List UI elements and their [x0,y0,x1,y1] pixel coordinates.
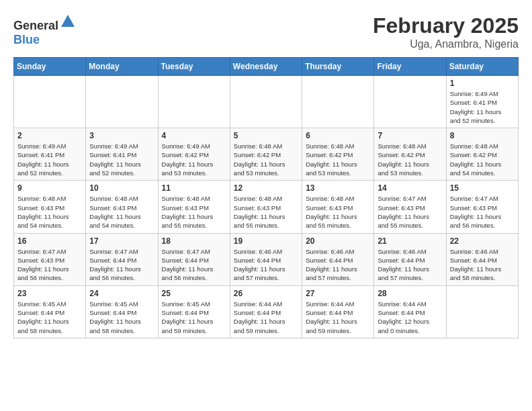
logo: General Blue [13,13,76,47]
svg-marker-0 [61,15,75,27]
day-info: Sunrise: 6:48 AM Sunset: 6:43 PM Dayligh… [89,194,154,230]
day-cell [446,285,518,338]
day-number: 14 [378,183,442,193]
day-info: Sunrise: 6:47 AM Sunset: 6:44 PM Dayligh… [89,247,154,283]
day-info: Sunrise: 6:48 AM Sunset: 6:43 PM Dayligh… [306,194,370,230]
day-cell: 4Sunrise: 6:49 AM Sunset: 6:42 PM Daylig… [158,128,230,181]
day-cell: 3Sunrise: 6:49 AM Sunset: 6:41 PM Daylig… [86,128,158,181]
day-number: 21 [378,236,442,246]
day-cell: 18Sunrise: 6:47 AM Sunset: 6:44 PM Dayli… [158,233,230,285]
logo-icon [60,13,76,30]
day-cell: 1Sunrise: 6:49 AM Sunset: 6:41 PM Daylig… [446,76,518,128]
day-cell [86,76,158,128]
day-number: 25 [162,289,226,298]
day-cell: 17Sunrise: 6:47 AM Sunset: 6:44 PM Dayli… [86,233,158,285]
day-cell: 10Sunrise: 6:48 AM Sunset: 6:43 PM Dayli… [86,181,158,233]
week-row-0: 1Sunrise: 6:49 AM Sunset: 6:41 PM Daylig… [14,76,519,128]
day-cell [14,76,86,128]
header-cell-wednesday: Wednesday [230,58,302,76]
day-number: 15 [450,183,515,193]
day-cell: 13Sunrise: 6:48 AM Sunset: 6:43 PM Dayli… [302,181,374,233]
day-cell: 26Sunrise: 6:44 AM Sunset: 6:44 PM Dayli… [230,285,302,338]
day-info: Sunrise: 6:49 AM Sunset: 6:41 PM Dayligh… [17,142,82,177]
header-row: SundayMondayTuesdayWednesdayThursdayFrid… [14,58,519,76]
day-cell [302,76,374,128]
day-number: 17 [89,236,154,246]
day-cell: 15Sunrise: 6:47 AM Sunset: 6:43 PM Dayli… [446,181,518,233]
day-cell: 24Sunrise: 6:45 AM Sunset: 6:44 PM Dayli… [86,285,158,338]
day-info: Sunrise: 6:49 AM Sunset: 6:41 PM Dayligh… [450,89,515,125]
day-number: 1 [450,79,515,88]
day-number: 3 [89,131,154,140]
day-cell: 8Sunrise: 6:48 AM Sunset: 6:42 PM Daylig… [446,128,518,181]
day-info: Sunrise: 6:48 AM Sunset: 6:43 PM Dayligh… [17,194,82,230]
day-info: Sunrise: 6:45 AM Sunset: 6:44 PM Dayligh… [89,300,154,335]
logo-general: General [13,19,58,32]
day-cell: 28Sunrise: 6:44 AM Sunset: 6:44 PM Dayli… [374,285,446,338]
day-number: 6 [306,131,370,140]
day-number: 4 [162,131,226,140]
calendar-body: 1Sunrise: 6:49 AM Sunset: 6:41 PM Daylig… [14,76,519,338]
header-cell-sunday: Sunday [14,58,86,76]
day-number: 13 [306,183,370,193]
logo-text: General Blue [13,13,76,47]
day-info: Sunrise: 6:45 AM Sunset: 6:44 PM Dayligh… [162,300,226,335]
day-info: Sunrise: 6:45 AM Sunset: 6:44 PM Dayligh… [17,300,82,335]
day-info: Sunrise: 6:46 AM Sunset: 6:44 PM Dayligh… [378,247,442,283]
calendar-header: SundayMondayTuesdayWednesdayThursdayFrid… [14,58,519,76]
day-number: 9 [17,183,82,193]
day-info: Sunrise: 6:47 AM Sunset: 6:43 PM Dayligh… [450,194,515,230]
day-info: Sunrise: 6:47 AM Sunset: 6:43 PM Dayligh… [17,247,82,283]
location-title: Uga, Anambra, Nigeria [373,38,519,50]
day-number: 24 [89,289,154,298]
day-number: 23 [17,289,82,298]
day-number: 12 [234,183,298,193]
header-cell-thursday: Thursday [302,58,374,76]
week-row-2: 9Sunrise: 6:48 AM Sunset: 6:43 PM Daylig… [14,181,519,233]
day-cell: 5Sunrise: 6:48 AM Sunset: 6:42 PM Daylig… [230,128,302,181]
day-info: Sunrise: 6:48 AM Sunset: 6:42 PM Dayligh… [234,142,298,177]
day-cell: 27Sunrise: 6:44 AM Sunset: 6:44 PM Dayli… [302,285,374,338]
day-info: Sunrise: 6:47 AM Sunset: 6:44 PM Dayligh… [162,247,226,283]
header-cell-tuesday: Tuesday [158,58,230,76]
week-row-1: 2Sunrise: 6:49 AM Sunset: 6:41 PM Daylig… [14,128,519,181]
day-info: Sunrise: 6:44 AM Sunset: 6:44 PM Dayligh… [378,300,442,335]
day-number: 22 [450,236,515,246]
day-info: Sunrise: 6:46 AM Sunset: 6:44 PM Dayligh… [450,247,515,283]
day-info: Sunrise: 6:49 AM Sunset: 6:42 PM Dayligh… [162,142,226,177]
day-cell: 16Sunrise: 6:47 AM Sunset: 6:43 PM Dayli… [14,233,86,285]
month-title: February 2025 [373,13,519,38]
day-cell: 7Sunrise: 6:48 AM Sunset: 6:42 PM Daylig… [374,128,446,181]
day-cell: 11Sunrise: 6:48 AM Sunset: 6:43 PM Dayli… [158,181,230,233]
week-row-3: 16Sunrise: 6:47 AM Sunset: 6:43 PM Dayli… [14,233,519,285]
day-cell: 12Sunrise: 6:48 AM Sunset: 6:43 PM Dayli… [230,181,302,233]
title-block: February 2025 Uga, Anambra, Nigeria [373,13,519,50]
day-cell: 6Sunrise: 6:48 AM Sunset: 6:42 PM Daylig… [302,128,374,181]
day-info: Sunrise: 6:48 AM Sunset: 6:42 PM Dayligh… [450,142,515,177]
day-info: Sunrise: 6:44 AM Sunset: 6:44 PM Dayligh… [306,300,370,335]
day-number: 5 [234,131,298,140]
day-cell: 14Sunrise: 6:47 AM Sunset: 6:43 PM Dayli… [374,181,446,233]
header-cell-friday: Friday [374,58,446,76]
day-cell: 2Sunrise: 6:49 AM Sunset: 6:41 PM Daylig… [14,128,86,181]
day-info: Sunrise: 6:46 AM Sunset: 6:44 PM Dayligh… [234,247,298,283]
day-number: 27 [306,289,370,298]
day-info: Sunrise: 6:46 AM Sunset: 6:44 PM Dayligh… [306,247,370,283]
day-number: 10 [89,183,154,193]
day-info: Sunrise: 6:44 AM Sunset: 6:44 PM Dayligh… [234,300,298,335]
day-number: 7 [378,131,442,140]
day-number: 19 [234,236,298,246]
day-cell [158,76,230,128]
week-row-4: 23Sunrise: 6:45 AM Sunset: 6:44 PM Dayli… [14,285,519,338]
day-info: Sunrise: 6:48 AM Sunset: 6:42 PM Dayligh… [378,142,442,177]
day-info: Sunrise: 6:47 AM Sunset: 6:43 PM Dayligh… [378,194,442,230]
day-number: 18 [162,236,226,246]
day-cell: 23Sunrise: 6:45 AM Sunset: 6:44 PM Dayli… [14,285,86,338]
day-number: 20 [306,236,370,246]
day-cell: 20Sunrise: 6:46 AM Sunset: 6:44 PM Dayli… [302,233,374,285]
day-cell: 22Sunrise: 6:46 AM Sunset: 6:44 PM Dayli… [446,233,518,285]
day-info: Sunrise: 6:48 AM Sunset: 6:43 PM Dayligh… [234,194,298,230]
day-cell: 21Sunrise: 6:46 AM Sunset: 6:44 PM Dayli… [374,233,446,285]
page-header: General Blue February 2025 Uga, Anambra,… [13,13,519,50]
day-info: Sunrise: 6:48 AM Sunset: 6:42 PM Dayligh… [306,142,370,177]
